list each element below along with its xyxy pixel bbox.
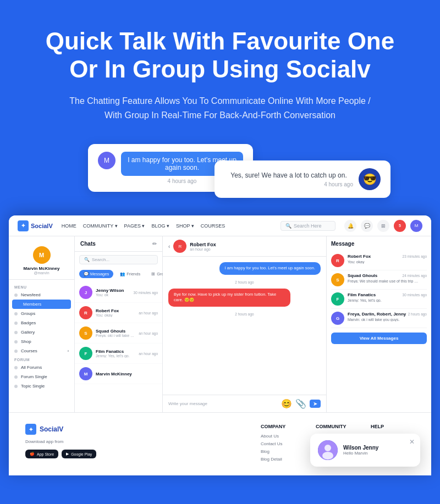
msg-item-group[interactable]: G Freya, Darlin, Robert, Jenny 2 hours a… [331,309,427,328]
google-play-label: Google Play [71,452,92,456]
msg-item-film[interactable]: F Film Fanatics 30 minutes ago Jenny: Ye… [331,290,427,309]
nav-user-avatar[interactable]: M [410,220,422,232]
nav-logo-icon: ✦ [18,220,29,231]
app-store-badge[interactable]: 🍎 App Store [25,450,58,458]
navbar: ✦ SocialV HOME COMMUNITY ▾ PAGES ▾ BLOG … [9,215,431,236]
msg-time-1: 2 hours ago [168,280,321,284]
sidebar-item-topic-single[interactable]: Topic Single [9,381,74,391]
grid-icon[interactable]: ⊞ [377,220,389,232]
nav-link-home[interactable]: HOME [62,223,76,229]
nav-search[interactable]: 🔍 Search Here [280,221,336,231]
msg-item-header-squad: Squad Ghouls 24 minutes ago [348,273,427,278]
sidebar-item-shop[interactable]: Shop [9,337,74,346]
nav-logo: ✦ SocialV [18,220,53,231]
msg-item-avatar-group: G [331,312,344,325]
sidebar-item-courses[interactable]: Courses › [9,346,74,356]
chat-item-marvin[interactable]: M Marvin McKinney [75,364,162,384]
chat-input-area: Write your message 😊 📎 ➤ [163,395,326,412]
chevron-icon: › [68,349,69,353]
bell-icon[interactable]: 🔔 [344,220,356,232]
chat-window: ‹ R Robert Fox an hour ago I am happy fo… [163,236,327,412]
nav-icons: 🔔 💬 ⊞ 5 M [344,220,422,232]
nav-link-courses[interactable]: COURSES [201,223,226,229]
chat-tab-friends-label: Friends [127,272,140,276]
footer-contact-us[interactable]: Contact Us [261,441,305,446]
sidebar-dot [14,366,18,369]
chat-input[interactable]: Write your message [168,401,278,406]
sidebar-item-forum-single[interactable]: Forum Single [9,372,74,381]
chat-item-info-marvin: Marvin McKinney [96,372,155,376]
sidebar-menu-label: MENU [9,283,74,290]
message-icon[interactable]: 💬 [361,220,373,232]
search-icon-small: 🔍 [84,257,90,262]
chat-item-preview-film: Jenny: Yes, let's go. [96,354,135,358]
chat-window-header: ‹ R Robert Fox an hour ago [163,236,326,257]
footer-blog-detail[interactable]: Blog Detail [261,457,305,462]
chat-tab-messages-icon: 💬 [84,272,89,276]
chat-item-squad[interactable]: S Squad Ghouls Freya: oki i will take ca… [75,323,162,344]
bubble-right-time: 4 hours ago [224,181,353,187]
bubble-left-avatar: M [98,152,116,169]
sidebar-item-members[interactable]: Members [12,300,71,309]
sidebar-username: Marvin McKinney [24,266,60,271]
msg-item-text-squad: Freya: We should make use of this trip t… [348,279,419,283]
app-badges: 🍎 App Store ▶ Google Play [25,450,250,458]
sidebar-item-newsfeed[interactable]: Newsfeed [9,290,74,300]
sidebar-dot [14,293,18,297]
sidebar-item-groups[interactable]: Groups [9,309,74,318]
chat-edit-icon[interactable]: ✏ [152,241,157,247]
nav-link-blog[interactable]: BLOG ▾ [151,223,169,229]
nav-link-shop[interactable]: SHOP ▾ [176,223,194,229]
chat-item-info-jenny: Jenny Wilson You: ok [96,288,130,297]
view-all-messages-button[interactable]: View All Messages [331,333,427,344]
chat-item-avatar-jenny: J [79,286,92,299]
footer-company-title: COMPANY [261,424,305,429]
user-avatar-svg [318,440,338,460]
back-icon[interactable]: ‹ [168,243,170,250]
chat-panel-title: Chats [80,241,96,247]
msg-item-time-group: 2 hours ago [408,312,427,316]
sidebar-item-badges[interactable]: Badges [9,318,74,328]
msg-item-name-robert: Robert Fox [348,254,371,259]
chat-item-time-robert: an hour ago [139,311,158,315]
notif-message: Hello Marvin [343,451,413,456]
sidebar-item-all-forums[interactable]: All Forums [9,363,74,372]
nav-link-community[interactable]: COMMUNITY ▾ [83,223,118,229]
chat-search[interactable]: 🔍 Search... [79,255,158,264]
msg-item-robert[interactable]: R Robert Fox 23 minutes ago You: okay [331,251,427,270]
google-play-badge[interactable]: ▶ Google Play [62,450,96,458]
msg-item-content-robert: Robert Fox 23 minutes ago You: okay [348,254,427,264]
chat-messages: I am happy for you too. Let's meet up ag… [163,257,326,395]
chat-panel: Chats ✏ 🔍 Search... 💬 Messages 👥 Friends… [75,236,163,412]
msg-item-squad[interactable]: S Squad Ghouls 24 minutes ago Freya: We … [331,270,427,290]
notif-close-button[interactable]: ✕ [409,438,415,446]
chat-item-info-film: Film Fanatics Jenny: Yes, let's go. [96,349,135,358]
sidebar-dot [14,312,18,315]
attach-icon[interactable]: 📎 [295,398,306,409]
search-icon: 🔍 [285,223,292,229]
msg-item-header-group: Freya, Darlin, Robert, Jenny 2 hours ago [348,312,427,317]
msg-item-text-robert: You: okay [348,260,419,264]
chat-item-jenny[interactable]: J Jenny Wilson You: ok 30 minutes ago [75,283,162,303]
msg-item-header-film: Film Fanatics 30 minutes ago [348,292,427,297]
sidebar-label-forum-single: Forum Single [21,374,47,379]
send-icon[interactable]: ➤ [310,400,321,408]
nav-link-pages[interactable]: PAGES ▾ [124,223,145,229]
chat-tab-messages[interactable]: 💬 Messages [79,270,113,278]
notification-badge[interactable]: 5 [394,220,406,232]
chat-item-info-squad: Squad Ghouls Freya: oki i will take care… [96,329,135,337]
app-store-label: App Store [37,452,54,456]
chat-tab-friends[interactable]: 👥 Friends [116,270,145,278]
sidebar-item-gallery[interactable]: Gallery [9,328,74,337]
svg-point-2 [322,452,333,459]
chat-item-name-jenny: Jenny Wilson [96,288,130,293]
chat-item-robert[interactable]: R Robert Fox You: okay an hour ago [75,303,162,323]
bubble-right-avatar: 😎 [359,168,381,190]
message-panel: Message R Robert Fox 23 minutes ago You:… [327,236,431,412]
emoji-icon[interactable]: 😊 [281,398,292,409]
footer: ✦ SocialV Download app from 🍎 App Store … [9,412,431,475]
footer-blog[interactable]: Blog [261,449,305,454]
chat-item-name-film: Film Fanatics [96,349,135,354]
chat-item-film[interactable]: F Film Fanatics Jenny: Yes, let's go. an… [75,344,162,364]
footer-about-us[interactable]: About Us [261,434,305,439]
